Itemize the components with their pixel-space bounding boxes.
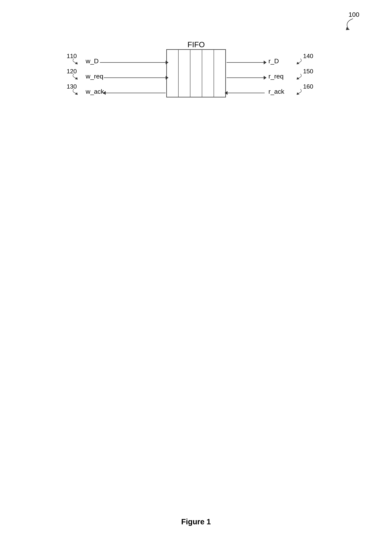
main-diagram-svg: FIFO 110 w_D 120 w_req 130 w_ack r_D 140…: [63, 30, 329, 116]
fifo-box: [167, 49, 226, 97]
w-D-label: w_D: [86, 57, 99, 65]
ref-160-arrowhead: [297, 92, 299, 95]
ref-130-arrowhead: [75, 92, 78, 95]
ref-160-curve: [298, 89, 301, 93]
ref-120-arrowhead: [75, 77, 78, 80]
fifo-label: FIFO: [187, 40, 205, 49]
ref-150-curve: [298, 74, 301, 78]
w-req-label: w_req: [86, 73, 103, 80]
ref-100-container: 100: [343, 11, 365, 32]
ref-160-label: 160: [303, 83, 313, 90]
ref-130-label: 130: [67, 83, 77, 90]
ref-140-curve: [298, 59, 301, 63]
ref-120-label: 120: [67, 68, 77, 75]
ref-100-arrow: 100: [343, 11, 365, 32]
r-req-label: r_req: [268, 73, 284, 80]
w-ack-label: w_ack: [86, 88, 104, 95]
ref-140-label: 140: [303, 53, 313, 59]
ref-100-curve: [347, 19, 353, 28]
r-D-label: r_D: [268, 57, 279, 65]
r-D-arrowhead: [264, 61, 267, 64]
ref-150-arrowhead: [297, 77, 299, 80]
figure-label: Figure 1: [181, 518, 211, 526]
ref-100-label: 100: [349, 11, 359, 18]
ref-140-arrowhead: [297, 62, 299, 64]
ref-150-label: 150: [303, 68, 313, 75]
r-ack-label: r_ack: [268, 88, 284, 95]
ref-110-arrowhead: [75, 62, 78, 64]
r-req-arrowhead: [264, 76, 267, 80]
ref-110-label: 110: [67, 53, 77, 59]
